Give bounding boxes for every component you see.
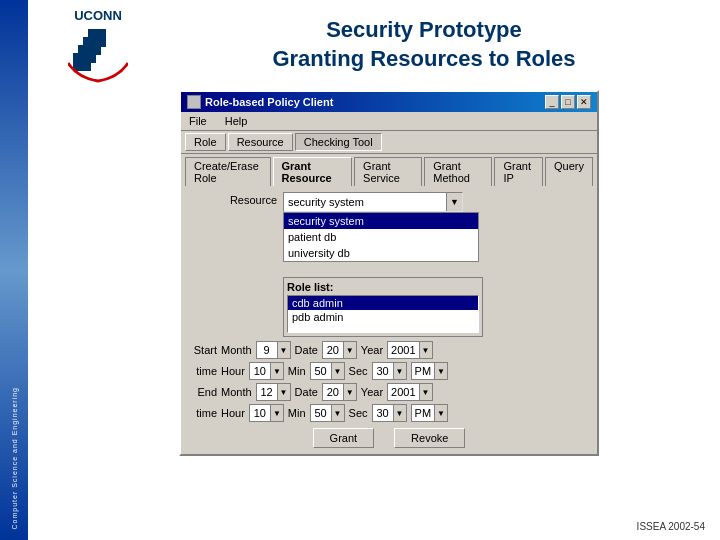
start-hour-value: 10 (250, 365, 270, 377)
tab-grant-service[interactable]: Grant Service (354, 157, 422, 186)
uconn-logo-icon (68, 23, 128, 83)
start-min-arrow[interactable]: ▼ (331, 363, 344, 379)
resource-value: security system (284, 193, 446, 211)
resource-dropdown-arrow[interactable]: ▼ (446, 193, 462, 211)
tab-grant-ip[interactable]: Grant IP (494, 157, 543, 186)
start-time-row: time Hour 10 ▼ Min 50 ▼ Sec 30 ▼ PM (187, 362, 591, 380)
end-month-select[interactable]: 12 ▼ (256, 383, 291, 401)
end-year-arrow[interactable]: ▼ (419, 384, 432, 400)
start-hour-label: Hour (221, 365, 245, 377)
end-ampm-arrow[interactable]: ▼ (434, 405, 447, 421)
dialog-box: Role-based Policy Client _ □ ✕ File Help… (179, 90, 599, 456)
page-title: Security Prototype Granting Resources to… (148, 16, 700, 73)
start-sec-select[interactable]: 30 ▼ (372, 362, 407, 380)
start-sec-label: Sec (349, 365, 368, 377)
menu-file[interactable]: File (185, 114, 211, 128)
end-year-select[interactable]: 2001 ▼ (387, 383, 432, 401)
tab-query[interactable]: Query (545, 157, 593, 186)
end-ampm-value: PM (412, 407, 435, 419)
start-date-select[interactable]: 20 ▼ (322, 341, 357, 359)
end-min-arrow[interactable]: ▼ (331, 405, 344, 421)
tab-bar: Create/Erase Role Grant Resource Grant S… (181, 154, 597, 186)
menu-help[interactable]: Help (221, 114, 252, 128)
start-month-label: Month (221, 344, 252, 356)
start-row: Start Month 9 ▼ Date 20 ▼ Year 2001 ▼ (187, 341, 591, 359)
titlebar-left: Role-based Policy Client (187, 95, 333, 109)
start-min-value: 50 (311, 365, 331, 377)
start-hour-select[interactable]: 10 ▼ (249, 362, 284, 380)
end-sec-select[interactable]: 30 ▼ (372, 404, 407, 422)
toolbar-checking-tool[interactable]: Checking Tool (295, 133, 382, 151)
end-date-label: Date (295, 386, 318, 398)
dropdown-item-security[interactable]: security system (284, 213, 478, 229)
role-list-section: Role list: cdb admin pdb admin (187, 277, 591, 337)
end-month-arrow[interactable]: ▼ (277, 384, 290, 400)
maximize-button[interactable]: □ (561, 95, 575, 109)
end-sec-value: 30 (373, 407, 393, 419)
dialog-titlebar: Role-based Policy Client _ □ ✕ (181, 92, 597, 112)
end-time-row: time Hour 10 ▼ Min 50 ▼ Sec 30 ▼ PM (187, 404, 591, 422)
end-month-value: 12 (257, 386, 277, 398)
end-month-label: Month (221, 386, 252, 398)
end-date-arrow[interactable]: ▼ (343, 384, 356, 400)
start-min-select[interactable]: 50 ▼ (310, 362, 345, 380)
end-ampm-select[interactable]: PM ▼ (411, 404, 449, 422)
header: UCONN Security Prototype Granting Resour… (28, 0, 720, 90)
start-year-select[interactable]: 2001 ▼ (387, 341, 432, 359)
start-ampm-value: PM (412, 365, 435, 377)
end-min-label: Min (288, 407, 306, 419)
minimize-button[interactable]: _ (545, 95, 559, 109)
start-year-arrow[interactable]: ▼ (419, 342, 432, 358)
resource-section: Resource security system ▼ security syst… (187, 192, 591, 212)
grant-button[interactable]: Grant (313, 428, 375, 448)
toolbar-resource[interactable]: Resource (228, 133, 293, 151)
logo-text: UCONN (74, 8, 122, 23)
end-row: End Month 12 ▼ Date 20 ▼ Year 2001 ▼ (187, 383, 591, 401)
end-year-label: Year (361, 386, 383, 398)
start-ampm-select[interactable]: PM ▼ (411, 362, 449, 380)
start-date-arrow[interactable]: ▼ (343, 342, 356, 358)
start-month-arrow[interactable]: ▼ (277, 342, 290, 358)
start-hour-arrow[interactable]: ▼ (270, 363, 283, 379)
toolbar: Role Resource Checking Tool (181, 131, 597, 154)
tab-grant-resource[interactable]: Grant Resource (273, 157, 353, 186)
titlebar-controls: _ □ ✕ (545, 95, 591, 109)
resource-dropdown-container: security system ▼ security system patien… (283, 192, 463, 212)
end-hour-select[interactable]: 10 ▼ (249, 404, 284, 422)
end-hour-label: Hour (221, 407, 245, 419)
start-ampm-arrow[interactable]: ▼ (434, 363, 447, 379)
title-area: Security Prototype Granting Resources to… (148, 16, 700, 73)
dropdown-item-patient[interactable]: patient db (284, 229, 478, 245)
start-sec-value: 30 (373, 365, 393, 377)
role-listbox[interactable]: cdb admin pdb admin (287, 295, 479, 333)
footer: ISSEA 2002-54 (637, 521, 705, 532)
end-hour-arrow[interactable]: ▼ (270, 405, 283, 421)
toolbar-role[interactable]: Role (185, 133, 226, 151)
button-row: Grant Revoke (187, 428, 591, 448)
tab-create-erase-role[interactable]: Create/Erase Role (185, 157, 271, 186)
start-min-label: Min (288, 365, 306, 377)
start-month-select[interactable]: 9 ▼ (256, 341, 291, 359)
start-label: Start (187, 344, 217, 356)
sidebar-stripe: Computer Science and Engineering (0, 0, 28, 540)
dropdown-item-university[interactable]: university db (284, 245, 478, 261)
close-button[interactable]: ✕ (577, 95, 591, 109)
start-month-value: 9 (257, 344, 277, 356)
revoke-button[interactable]: Revoke (394, 428, 465, 448)
resource-dropdown-list: security system patient db university db (283, 212, 479, 262)
resource-dropdown[interactable]: security system ▼ (283, 192, 463, 212)
role-list-group: Role list: cdb admin pdb admin (283, 277, 483, 337)
end-sec-label: Sec (349, 407, 368, 419)
end-min-select[interactable]: 50 ▼ (310, 404, 345, 422)
role-item-cdb[interactable]: cdb admin (288, 296, 478, 310)
role-item-pdb[interactable]: pdb admin (288, 310, 478, 324)
end-date-select[interactable]: 20 ▼ (322, 383, 357, 401)
sidebar-label: Computer Science and Engineering (11, 387, 18, 530)
start-sec-arrow[interactable]: ▼ (393, 363, 406, 379)
tab-grant-method[interactable]: Grant Method (424, 157, 492, 186)
end-year-value: 2001 (388, 386, 418, 398)
end-label: End (187, 386, 217, 398)
end-sec-arrow[interactable]: ▼ (393, 405, 406, 421)
resource-label: Resource (187, 192, 277, 206)
dialog-body: Resource security system ▼ security syst… (181, 186, 597, 454)
